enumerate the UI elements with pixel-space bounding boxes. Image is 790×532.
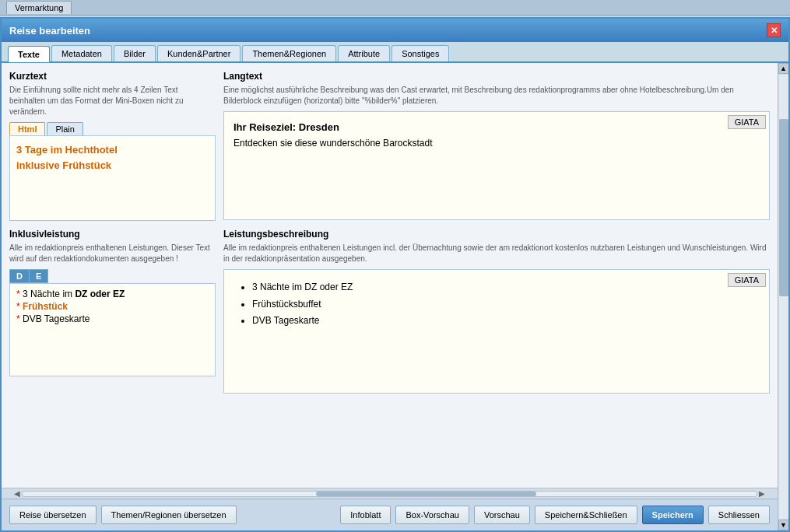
tab-texte[interactable]: Texte (8, 46, 50, 62)
dialog-close-button[interactable]: ✕ (767, 23, 781, 37)
themen-uebersetzen-button[interactable]: Themen/Regionen übersetzen (101, 506, 237, 524)
langtext-giata-button[interactable]: GIATA (728, 115, 766, 129)
leistung-item-2: Frühstücksbuffet (252, 296, 757, 313)
tabs-bar: Texte Metadaten Bilder Kunden&Partner Th… (2, 42, 788, 63)
langtext-subtext: Entdecken sie diese wunderschöne Barocks… (233, 138, 760, 149)
row-kurztext-langtext: Kurztext Die Einführung sollte nicht meh… (9, 71, 770, 221)
kurztext-tab-html[interactable]: Html (9, 122, 45, 135)
inklusiv-bold-1: DZ oder EZ (75, 289, 125, 299)
langtext-heading: Ihr Reiseziel: Dresden (233, 121, 760, 133)
kurztext-tab-plain[interactable]: Plain (47, 122, 83, 135)
dialog-footer: Reise übersetzen Themen/Regionen überset… (2, 499, 778, 530)
inklusiv-asterisk-2: * (16, 301, 23, 312)
reise-uebersetzen-button[interactable]: Reise übersetzen (9, 506, 97, 524)
tab-kunden-partner[interactable]: Kunden&Partner (157, 45, 241, 61)
kurztext-editor[interactable]: 3 Tage im Hechthotel inklusive Frühstück (9, 135, 216, 221)
leistung-giata-button[interactable]: GIATA (728, 273, 766, 287)
dialog-title: Reise bearbeiten (9, 25, 90, 37)
hscroll-thumb[interactable] (316, 492, 536, 496)
tab-attribute[interactable]: Attribute (338, 45, 390, 61)
dialog-main: Kurztext Die Einführung sollte nicht meh… (2, 63, 778, 530)
langtext-title: Langtext (223, 71, 770, 82)
hscroll-left-arrow[interactable]: ◀ (12, 489, 22, 498)
box-vorschau-button[interactable]: Box-Vorschau (395, 506, 469, 524)
leistung-item-1: 3 Nächte im DZ oder EZ (252, 279, 757, 296)
inklusiv-asterisk-3: * (16, 313, 23, 324)
vscroll-thumb[interactable] (779, 119, 788, 296)
modal-wrapper: Vermarktung Reise bearbeiten ✕ Texte Met… (0, 0, 790, 532)
dialog-titlebar: Reise bearbeiten ✕ (2, 19, 788, 42)
inklusiv-section: Inklusivleistung Alle im redaktionpreis … (9, 229, 216, 394)
top-bar: Vermarktung (0, 0, 790, 16)
kurztext-line1: 3 Tage im Hechthotel (16, 144, 118, 156)
leistung-list: 3 Nächte im DZ oder EZ Frühstücksbuffet … (237, 279, 757, 330)
inklusiv-hint: Alle im redaktionpreis enthaltenen Leist… (9, 243, 216, 264)
kurztext-title: Kurztext (9, 71, 216, 82)
dialog-content[interactable]: Kurztext Die Einführung sollte nicht meh… (2, 63, 778, 488)
kurztext-mini-tabs: Html Plain (9, 122, 216, 135)
kurztext-hint: Die Einführung sollte nicht mehr als 4 Z… (9, 85, 216, 117)
leistung-section: Leistungsbeschreibung Alle im redaktionp… (223, 229, 770, 394)
speichern-schliessen-button[interactable]: Speichern&Schließen (535, 506, 637, 524)
vscroll-up-arrow[interactable]: ▲ (778, 63, 789, 74)
leistung-hint: Alle im redaktionpreis enthaltenen Leist… (223, 243, 770, 264)
inklusiv-text-3: DVB Tageskarte (23, 313, 90, 324)
inklusiv-text-1: 3 Nächte im (23, 289, 75, 299)
inklusiv-item-2: * Frühstück (16, 301, 209, 312)
dialog: Reise bearbeiten ✕ Texte Metadaten Bilde… (0, 17, 790, 532)
langtext-editor[interactable]: GIATA Ihr Reiseziel: Dresden Entdecken s… (223, 111, 770, 220)
leistung-title: Leistungsbeschreibung (223, 229, 770, 240)
hscroll-right-arrow[interactable]: ▶ (757, 489, 767, 498)
vscroll-down-arrow[interactable]: ▼ (778, 520, 789, 530)
horizontal-scrollbar[interactable]: ◀ ▶ (2, 488, 778, 499)
langtext-section: Langtext Eine möglichst ausführliche Bes… (223, 71, 770, 221)
dialog-body: Kurztext Die Einführung sollte nicht meh… (2, 63, 788, 530)
langtext-hint: Eine möglichst ausführliche Beschreibung… (223, 85, 770, 107)
kurztext-section: Kurztext Die Einführung sollte nicht meh… (9, 71, 216, 221)
infoblatt-button[interactable]: Infoblatt (340, 506, 391, 524)
vorschau-button[interactable]: Vorschau (474, 506, 530, 524)
inklusiv-asterisk-1: * (16, 289, 23, 299)
vscroll-track[interactable] (779, 75, 788, 519)
kurztext-line2: inklusive Frühstück (16, 159, 111, 171)
inklusiv-tab-e[interactable]: E (29, 269, 48, 283)
tab-metadaten[interactable]: Metadaten (51, 45, 112, 61)
inklusiv-list-editor[interactable]: * 3 Nächte im DZ oder EZ * Frühstück * (9, 283, 216, 376)
inklusiv-tab-d[interactable]: D (9, 269, 29, 283)
vermarktung-tab[interactable]: Vermarktung (6, 1, 72, 14)
inklusiv-title: Inklusivleistung (9, 229, 216, 240)
row-inklusiv-leistung: Inklusivleistung Alle im redaktionpreis … (9, 229, 770, 394)
vertical-scrollbar[interactable]: ▲ ▼ (778, 63, 788, 530)
inklusiv-item-1: * 3 Nächte im DZ oder EZ (16, 289, 209, 299)
inklusiv-mini-tabs: D E (9, 269, 216, 283)
leistung-item-3: DVB Tageskarte (252, 313, 757, 330)
kurztext-content: 3 Tage im Hechthotel inklusive Frühstück (16, 142, 209, 173)
inklusiv-text-2: Frühstück (23, 301, 68, 312)
inklusiv-item-3: * DVB Tageskarte (16, 313, 209, 324)
speichern-button[interactable]: Speichern (642, 506, 704, 524)
hscroll-track[interactable] (22, 491, 757, 497)
tab-themen-regionen[interactable]: Themen&Regionen (242, 45, 336, 61)
schliessen-button[interactable]: Schliessen (708, 506, 770, 524)
tab-bilder[interactable]: Bilder (114, 45, 156, 61)
leistung-editor[interactable]: GIATA 3 Nächte im DZ oder EZ Frühstücksb… (223, 269, 770, 394)
tab-sonstiges[interactable]: Sonstiges (391, 45, 449, 61)
